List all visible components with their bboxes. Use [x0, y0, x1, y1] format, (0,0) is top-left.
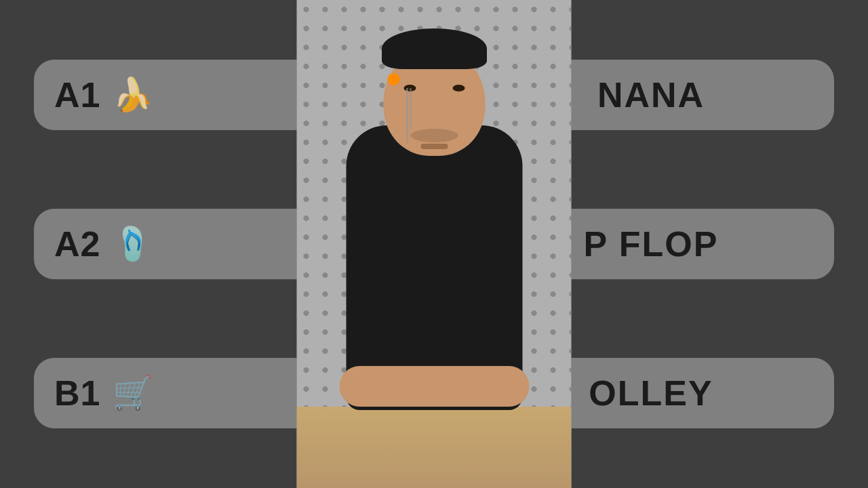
bg-label-a1: A1	[54, 75, 100, 115]
person-arms	[339, 366, 529, 407]
bg-label-a2: A2	[54, 224, 100, 264]
bg-emoji-a1: 🍌	[113, 76, 153, 114]
bg-label-b1: B1	[54, 373, 100, 413]
bg-text-flipflop: P FLOP	[584, 224, 719, 264]
table-surface	[297, 407, 572, 488]
center-video-panel: A1 🍌 A2 🩴 B1 🛒 B2 🌽 C1 🌳 C2 👷	[297, 0, 572, 488]
bg-emoji-a2: 🩴	[113, 225, 153, 263]
orange-dot-decoration	[387, 73, 399, 85]
bg-emoji-b1: 🛒	[113, 374, 153, 412]
bg-text-trolley: OLLEY	[589, 373, 713, 413]
bg-text-banana: NANA	[597, 75, 705, 115]
person-hair	[382, 28, 487, 69]
